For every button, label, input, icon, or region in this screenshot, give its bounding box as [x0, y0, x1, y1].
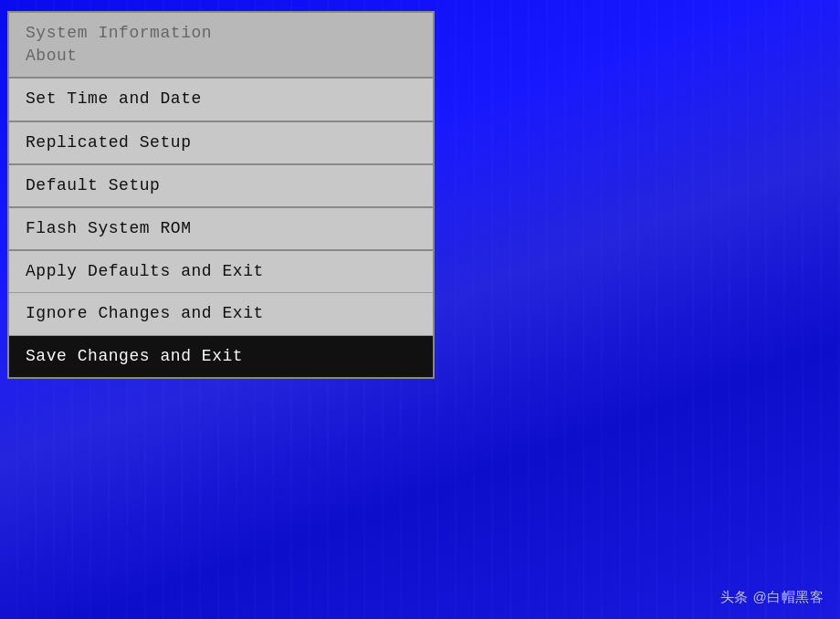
- menu-item-flash-system-rom[interactable]: Flash System ROM: [9, 208, 433, 251]
- menu-item-system-information[interactable]: System Information About: [9, 13, 433, 79]
- apply-defaults-label: Apply Defaults and Exit: [26, 262, 264, 280]
- replicated-setup-label: Replicated Setup: [26, 133, 191, 152]
- menu-item-save-changes[interactable]: Save Changes and Exit: [9, 336, 433, 377]
- menu-item-apply-defaults[interactable]: Apply Defaults and Exit: [9, 251, 433, 293]
- menu-item-replicated-setup[interactable]: Replicated Setup: [9, 122, 433, 165]
- ignore-changes-label: Ignore Changes and Exit: [26, 304, 264, 322]
- system-information-label: System Information: [26, 24, 212, 42]
- watermark: 头条 @白帽黑客: [720, 589, 824, 606]
- flash-system-rom-label: Flash System ROM: [26, 219, 191, 237]
- menu-item-set-time-date[interactable]: Set Time and Date: [9, 79, 433, 121]
- menu-item-ignore-changes[interactable]: Ignore Changes and Exit: [9, 293, 433, 335]
- set-time-date-label: Set Time and Date: [26, 89, 202, 108]
- menu-item-default-setup[interactable]: Default Setup: [9, 165, 433, 208]
- about-label: About: [26, 47, 78, 65]
- save-changes-label: Save Changes and Exit: [26, 347, 243, 365]
- default-setup-label: Default Setup: [26, 176, 160, 194]
- bios-menu: System Information About Set Time and Da…: [7, 11, 435, 379]
